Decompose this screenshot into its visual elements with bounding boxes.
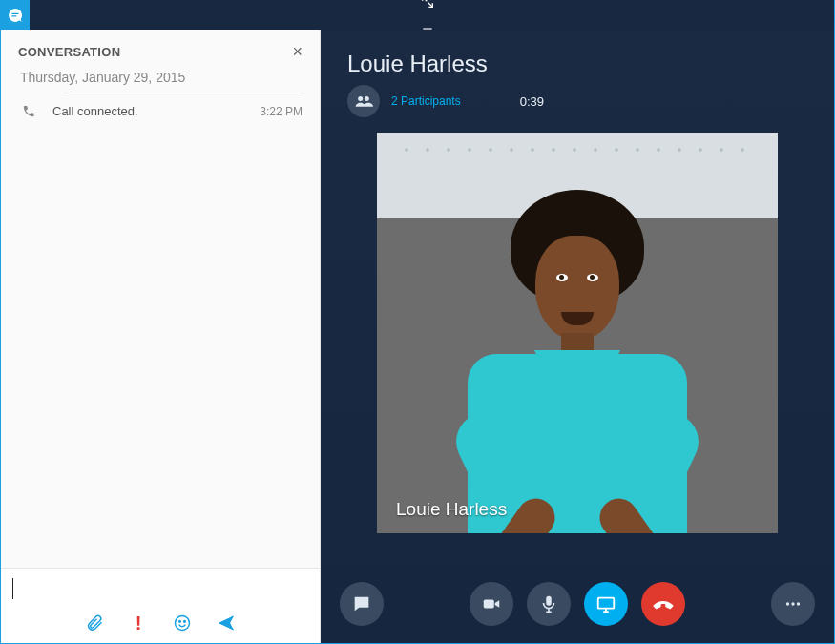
svg-rect-18: [598, 598, 615, 609]
chat-toggle-button[interactable]: [340, 582, 384, 626]
participants-icon[interactable]: [347, 85, 380, 117]
title-bar: Viswanath Ramanan: [1, 1, 834, 30]
svg-rect-16: [484, 599, 494, 608]
svg-point-19: [786, 602, 789, 605]
call-duration: 0:39: [520, 94, 544, 109]
more-button[interactable]: [771, 582, 815, 626]
hangup-button[interactable]: [641, 582, 685, 626]
conversation-message: Call connected.: [52, 104, 260, 118]
svg-point-15: [365, 96, 369, 101]
content-area: CONVERSATION × Thursday, January 29, 201…: [1, 30, 834, 643]
conversation-entry: Call connected. 3:22 PM: [1, 94, 320, 118]
message-input-area: !: [1, 568, 320, 643]
conversation-title: CONVERSATION: [18, 45, 120, 59]
conversation-header: CONVERSATION ×: [1, 30, 320, 68]
participants-count[interactable]: 2 Participants: [391, 94, 461, 108]
send-button[interactable]: [216, 613, 237, 634]
emoji-button[interactable]: [172, 613, 193, 634]
svg-point-20: [791, 602, 794, 605]
conversation-panel: CONVERSATION × Thursday, January 29, 201…: [1, 30, 321, 643]
svg-point-11: [176, 616, 190, 631]
call-controls: [321, 582, 834, 626]
call-contact-name: Louie Harless: [347, 51, 807, 77]
message-input[interactable]: [1, 569, 320, 609]
svg-point-13: [184, 621, 186, 623]
present-screen-button[interactable]: [584, 582, 628, 626]
svg-rect-4: [11, 15, 16, 16]
call-panel: Louie Harless 2 Participants 0:39: [321, 30, 834, 643]
fullscreen-icon[interactable]: [419, 0, 436, 10]
skype-logo-icon: [1, 7, 30, 24]
conversation-date: Thursday, January 29, 2015: [20, 70, 191, 85]
video-content: [377, 133, 778, 533]
call-header: Louie Harless 2 Participants 0:39: [321, 30, 834, 121]
video-button[interactable]: [470, 582, 513, 626]
mic-button[interactable]: [527, 582, 571, 626]
attach-button[interactable]: [84, 613, 105, 634]
conversation-close-button[interactable]: ×: [292, 43, 303, 60]
app-window: Viswanath Ramanan: [0, 0, 835, 644]
important-button[interactable]: !: [128, 613, 149, 634]
conversation-time: 3:22 PM: [260, 105, 303, 118]
phone-icon: [22, 104, 52, 118]
message-toolbar: !: [1, 609, 320, 643]
svg-point-12: [179, 621, 181, 623]
video-overlay-name: Louie Harless: [396, 499, 507, 520]
svg-point-14: [358, 96, 363, 101]
svg-point-21: [797, 602, 800, 605]
svg-rect-3: [11, 13, 19, 14]
video-frame: Louie Harless: [377, 133, 778, 533]
svg-rect-17: [546, 596, 552, 606]
